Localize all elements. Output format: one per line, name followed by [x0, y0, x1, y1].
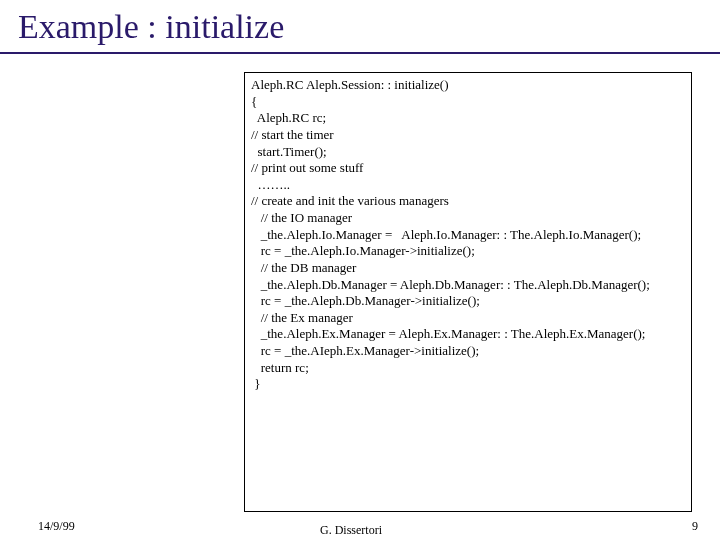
code-line: rc = _the.Aleph.Io.Manager->initialize()…	[251, 243, 685, 260]
code-line: ……..	[251, 177, 685, 194]
code-line: // print out some stuff	[251, 160, 685, 177]
code-line: start.Timer();	[251, 144, 685, 161]
code-line: _the.Aleph.Io.Manager = Aleph.Io.Manager…	[251, 227, 685, 244]
code-line: // start the timer	[251, 127, 685, 144]
code-line: {	[251, 94, 685, 111]
code-line: rc = _the.Aleph.Db.Manager->initialize()…	[251, 293, 685, 310]
code-line: Aleph.RC rc;	[251, 110, 685, 127]
footer-page-number: 9	[692, 519, 698, 534]
code-line: }	[251, 376, 685, 393]
code-line: rc = _the.AIeph.Ex.Manager->initialize()…	[251, 343, 685, 360]
footer-date: 14/9/99	[38, 519, 75, 534]
code-line: _the.Aleph.Ex.Manager = Aleph.Ex.Manager…	[251, 326, 685, 343]
code-line: // the IO manager	[251, 210, 685, 227]
code-line: _the.Aleph.Db.Manager = Aleph.Db.Manager…	[251, 277, 685, 294]
slide-title: Example : initialize	[18, 8, 284, 46]
code-line: Aleph.RC Aleph.Session: : initialize()	[251, 77, 685, 94]
title-underline	[0, 52, 720, 54]
code-line: // the DB manager	[251, 260, 685, 277]
code-block: Aleph.RC Aleph.Session: : initialize() {…	[244, 72, 692, 512]
code-line: // the Ex manager	[251, 310, 685, 327]
footer-author: G. Dissertori	[320, 523, 382, 538]
code-line: return rc;	[251, 360, 685, 377]
code-line: // create and init the various managers	[251, 193, 685, 210]
